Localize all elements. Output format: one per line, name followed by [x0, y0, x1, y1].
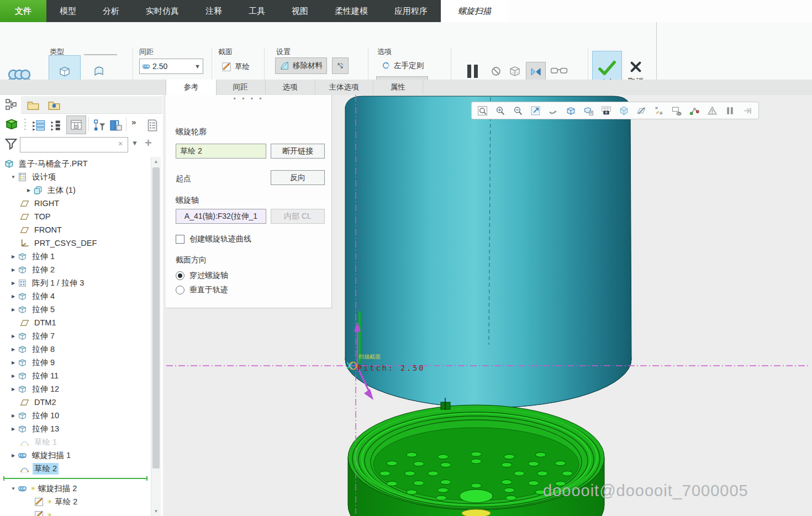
- remove-material-button[interactable]: 移除材料: [275, 57, 327, 74]
- expand-arrow-icon[interactable]: ▶: [9, 334, 18, 339]
- tree-item[interactable]: ▶拉伸 12: [0, 382, 151, 396]
- panel-drag-handle[interactable]: • • • •: [166, 95, 331, 103]
- menu-tab-4[interactable]: 实时仿真: [133, 0, 192, 22]
- view-cube-icon[interactable]: [566, 106, 576, 116]
- tree-item[interactable]: ▶拉伸 8: [0, 343, 151, 356]
- tree-item[interactable]: ▶拉伸 5: [0, 303, 151, 316]
- orientation-radio-2[interactable]: 垂直于轨迹: [176, 285, 228, 295]
- tree-item[interactable]: PRT_CSYS_DEF: [0, 236, 151, 250]
- show-annotations-icon[interactable]: [672, 106, 682, 116]
- settings-doc-icon[interactable]: [146, 119, 159, 132]
- tree-item[interactable]: DTM1: [0, 316, 151, 329]
- clear-search-icon[interactable]: ×: [118, 139, 123, 148]
- refit-icon[interactable]: [530, 106, 541, 116]
- menu-tab-6[interactable]: 工具: [235, 0, 278, 22]
- geometry-preview-button[interactable]: [526, 62, 546, 82]
- folder-history-icon[interactable]: [27, 98, 40, 112]
- tree-item[interactable]: FRONT: [0, 223, 151, 236]
- radio-icon[interactable]: [176, 286, 184, 294]
- menu-tab-3[interactable]: 分析: [89, 0, 133, 22]
- annotation-display-icon[interactable]: [654, 106, 665, 116]
- scroll-up-icon[interactable]: ▲: [151, 157, 161, 166]
- show-cube-icon[interactable]: [4, 117, 19, 131]
- tree-columns-button[interactable]: [66, 115, 86, 134]
- add-filter-icon[interactable]: +: [145, 136, 152, 150]
- axis-collector[interactable]: A_41(轴):F32(拉伸_1: [176, 209, 266, 224]
- panel-tab-5[interactable]: 属性: [373, 80, 423, 95]
- tree-item[interactable]: ✳草绘 2: [0, 495, 151, 508]
- capture-icon[interactable]: [601, 106, 611, 116]
- model-tree-tab-icon[interactable]: [4, 98, 18, 111]
- tree-item[interactable]: TOP: [0, 210, 151, 223]
- tree-item[interactable]: ▶拉伸 9: [0, 356, 151, 369]
- expand-arrow-icon[interactable]: ▶: [9, 254, 18, 259]
- tree-item[interactable]: ▶阵列 1 / 拉伸 3: [0, 276, 151, 289]
- datum-display-icon[interactable]: [636, 106, 647, 116]
- expand-arrow-icon[interactable]: ▶: [24, 188, 33, 193]
- tree-item[interactable]: ▶拉伸 2: [0, 263, 151, 276]
- collapse-arrow-icon[interactable]: ▼: [9, 486, 18, 491]
- left-hand-rule-button[interactable]: 左手定则: [376, 57, 428, 74]
- insert-locator[interactable]: [0, 475, 151, 482]
- tree-item[interactable]: ▶拉伸 4: [0, 289, 151, 303]
- panel-tab-1[interactable]: 参考: [166, 80, 217, 95]
- warning-icon[interactable]: [707, 106, 718, 116]
- pitch-caret-icon[interactable]: ▼: [194, 63, 201, 70]
- folder-settings-icon[interactable]: [48, 98, 61, 112]
- menu-tab-9[interactable]: 应用程序: [381, 0, 441, 22]
- expand-arrow-icon[interactable]: ▶: [9, 267, 18, 272]
- tree-item[interactable]: ▶拉伸 13: [0, 422, 151, 435]
- zoom-in-icon[interactable]: [495, 106, 505, 116]
- menu-tab-7[interactable]: 视图: [278, 0, 321, 22]
- tree-item[interactable]: 盖子-马桶盒子.PRT: [0, 157, 151, 170]
- expand-arrow-icon[interactable]: ▶: [9, 373, 18, 378]
- collapse-arrow-icon[interactable]: ▼: [9, 175, 18, 180]
- more-chevron-icon[interactable]: »: [131, 117, 136, 127]
- tree-item[interactable]: 草绘 1: [0, 435, 151, 449]
- panel-tab-3[interactable]: 选项: [265, 80, 315, 95]
- expand-list-icon[interactable]: [32, 119, 45, 132]
- panel-tab-2[interactable]: 间距: [215, 80, 266, 95]
- tree-item[interactable]: ▶主体 (1): [0, 183, 151, 197]
- column-display-icon[interactable]: [109, 119, 123, 132]
- flip-button[interactable]: 反向: [271, 170, 325, 185]
- radio-icon[interactable]: [176, 271, 184, 280]
- filter-funnel-icon[interactable]: [4, 137, 18, 150]
- tree-search-input[interactable]: [20, 137, 128, 152]
- menu-tab-8[interactable]: 柔性建模: [321, 0, 381, 22]
- tree-scrollbar[interactable]: ▲ ▼: [151, 157, 161, 516]
- graph-nodes-icon[interactable]: [689, 106, 700, 116]
- break-link-button[interactable]: 断开链接: [271, 144, 325, 159]
- tree-item[interactable]: ▶拉伸 10: [0, 409, 151, 422]
- pitch-combobox[interactable]: 2.50 ▼: [139, 59, 203, 74]
- pause-button[interactable]: [466, 63, 480, 80]
- tree-item[interactable]: ▶拉伸 11: [0, 369, 151, 382]
- tree-item[interactable]: ▼设计项: [0, 170, 151, 183]
- expand-arrow-icon[interactable]: ▶: [9, 281, 18, 286]
- sketch-button[interactable]: 草绘: [217, 59, 254, 75]
- step-last-icon[interactable]: [742, 106, 753, 116]
- search-caret-icon[interactable]: ▼: [131, 139, 138, 147]
- tree-item[interactable]: 草绘 2: [0, 462, 151, 475]
- tree-item[interactable]: ▶拉伸 7: [0, 329, 151, 343]
- expand-arrow-icon[interactable]: ▶: [9, 307, 18, 312]
- menu-tab-10[interactable]: 螺旋扫描: [441, 0, 508, 22]
- spin-center-icon[interactable]: [548, 106, 558, 116]
- expand-arrow-icon[interactable]: ▶: [9, 427, 18, 431]
- expand-arrow-icon[interactable]: ▶: [9, 294, 18, 299]
- expand-arrow-icon[interactable]: ▶: [9, 360, 18, 365]
- tree-item[interactable]: RIGHT: [0, 197, 151, 210]
- expand-arrow-icon[interactable]: ▶: [9, 453, 18, 458]
- pitch-annotation[interactable]: Pitch: 2.50: [357, 364, 425, 372]
- checkbox-icon[interactable]: [176, 235, 184, 244]
- zoom-box-icon[interactable]: [477, 106, 488, 116]
- zoom-out-icon[interactable]: [513, 106, 523, 116]
- expand-arrow-icon[interactable]: ▶: [9, 387, 18, 392]
- drag-handle-icon[interactable]: [23, 117, 27, 131]
- tree-item[interactable]: ▶螺旋扫描 1: [0, 449, 151, 462]
- menu-tab-2[interactable]: 模型: [46, 0, 89, 22]
- flip-material-side-button[interactable]: [332, 57, 349, 74]
- cylinder-body[interactable]: [345, 96, 631, 408]
- create-trajectory-checkbox[interactable]: 创建螺旋轨迹曲线: [176, 234, 251, 244]
- menu-tab-5[interactable]: 注释: [192, 0, 235, 22]
